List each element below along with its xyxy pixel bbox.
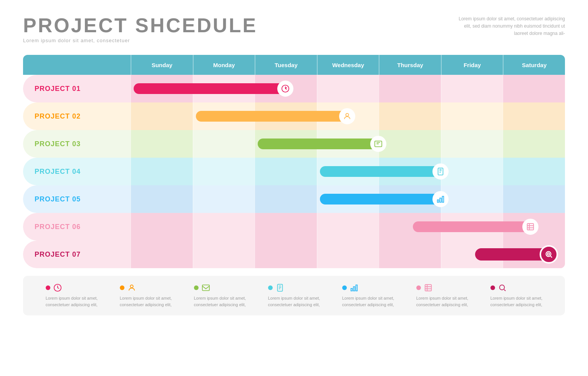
header-label-col [23, 55, 131, 75]
cell-p07-mon [193, 241, 255, 268]
project-name-03: PROJECT 03 [35, 140, 81, 148]
svg-point-18 [499, 285, 504, 290]
cell-p07-tue [255, 241, 317, 268]
cell-p06-tue [255, 213, 317, 241]
svg-rect-16 [356, 285, 357, 291]
legend-dot-03 [194, 285, 199, 290]
cell-p02-thu [379, 102, 441, 130]
project-label-01: PROJECT 01 [23, 75, 131, 102]
gantt-bar-01 [134, 83, 286, 94]
project-name-04: PROJECT 04 [35, 168, 81, 176]
legend-text-01: Lorem ipsum dolor sit amet,consectetuer … [46, 295, 98, 308]
cell-p04-sun [131, 158, 193, 185]
legend-dot-02 [120, 285, 124, 290]
project-row-05: PROJECT 05 [23, 185, 565, 213]
page-subtitle: Lorem ipsum dolor sit amet, consectetuer [23, 38, 257, 43]
project-row-06: PROJECT 06 [23, 213, 565, 241]
gantt-bar-02 [196, 111, 348, 122]
project-name-06: PROJECT 06 [35, 223, 81, 231]
legend-icon-calculator [424, 284, 432, 292]
project-name-05: PROJECT 05 [35, 195, 81, 203]
project-name-07: PROJECT 07 [35, 251, 81, 259]
legend-dot-05 [342, 285, 347, 290]
cell-p05-sun [131, 185, 193, 213]
page-header: PROJECT SHCEDULE Lorem ipsum dolor sit a… [23, 15, 565, 43]
legend-icon-person [128, 284, 136, 292]
project-label-05: PROJECT 05 [23, 185, 131, 213]
project-row-02: PROJECT 02 [23, 102, 565, 130]
cell-p07-sun [131, 241, 193, 268]
legend-item-06: Lorem ipsum dolor sit amet,consectetuer … [416, 284, 469, 308]
svg-point-1 [346, 114, 349, 116]
legend-icon-row-03 [194, 284, 210, 292]
legend-dot-01 [46, 285, 50, 290]
legend-dot-06 [416, 285, 421, 290]
project-row-04: PROJECT 04 [23, 158, 565, 185]
bar-icon-01 [277, 81, 293, 97]
cell-p04-sat [503, 158, 565, 185]
legend-item-07: Lorem ipsum dolor sit amet,consectetuer … [490, 284, 543, 308]
legend-icon-row-02 [120, 284, 136, 292]
legend-icon-search [498, 284, 507, 292]
legend: Lorem ipsum dolor sit amet,consectetuer … [23, 276, 565, 315]
legend-icon-row-04 [268, 284, 284, 292]
cell-p02-sat [503, 102, 565, 130]
cell-p04-mon [193, 158, 255, 185]
legend-item-03: Lorem ipsum dolor sit amet,consectetuer … [194, 284, 246, 308]
svg-rect-12 [202, 285, 209, 291]
project-label-02: PROJECT 02 [23, 102, 131, 130]
bar-icon-05 [432, 191, 449, 207]
cell-p04-tue [255, 158, 317, 185]
header-saturday: Saturday [503, 55, 565, 75]
legend-text-07: Lorem ipsum dolor sit amet,consectetuer … [490, 295, 543, 308]
header-tuesday: Tuesday [255, 55, 317, 75]
gantt-bar-04 [320, 166, 441, 177]
legend-icon-row-07 [490, 284, 507, 292]
cell-p05-tue [255, 185, 317, 213]
bar-icon-02 [339, 108, 355, 124]
gantt-bar-05 [320, 194, 441, 204]
schedule-header: Sunday Monday Tuesday Wednesday Thursday… [23, 55, 565, 75]
header-monday: Monday [193, 55, 255, 75]
cell-p07-thu [379, 241, 441, 268]
header-friday: Friday [441, 55, 503, 75]
svg-rect-15 [353, 287, 355, 291]
legend-icon-row-01 [46, 284, 62, 292]
project-label-03: PROJECT 03 [23, 130, 131, 158]
svg-point-9 [547, 253, 550, 255]
cell-p06-sun [131, 213, 193, 241]
project-name-02: PROJECT 02 [35, 112, 81, 120]
gantt-bar-03 [258, 139, 379, 149]
svg-rect-7 [527, 224, 534, 230]
svg-rect-6 [442, 196, 444, 203]
cell-p01-wed [317, 75, 379, 102]
header-thursday: Thursday [379, 55, 441, 75]
svg-rect-5 [440, 198, 441, 202]
legend-icon-barchart [350, 284, 358, 292]
svg-rect-17 [425, 285, 431, 291]
project-label-04: PROJECT 04 [23, 158, 131, 185]
legend-item-05: Lorem ipsum dolor sit amet,consectetuer … [342, 284, 394, 308]
cell-p05-fri [441, 185, 503, 213]
title-block: PROJECT SHCEDULE Lorem ipsum dolor sit a… [23, 15, 257, 43]
legend-text-02: Lorem ipsum dolor sit amet,consectetuer … [120, 295, 172, 308]
legend-item-04: Lorem ipsum dolor sit amet,consectetuer … [268, 284, 320, 308]
legend-icon-mail [202, 284, 210, 292]
bar-icon-07 [540, 245, 558, 264]
svg-rect-14 [351, 289, 352, 291]
project-row-01: PROJECT 01 [23, 75, 565, 102]
legend-item-01: Lorem ipsum dolor sit amet,consectetuer … [46, 284, 98, 308]
project-label-07: PROJECT 07 [23, 241, 131, 268]
gantt-bar-06 [413, 221, 531, 232]
cell-p06-mon [193, 213, 255, 241]
cell-p05-sat [503, 185, 565, 213]
legend-icon-chart [53, 284, 62, 292]
cell-p02-sun [131, 102, 193, 130]
legend-dot-04 [268, 285, 273, 290]
bar-icon-04 [432, 163, 449, 180]
bar-icon-03 [370, 136, 386, 152]
cell-p05-mon [193, 185, 255, 213]
cell-p06-wed [317, 213, 379, 241]
cell-p03-mon [193, 130, 255, 158]
header-wednesday: Wednesday [317, 55, 379, 75]
